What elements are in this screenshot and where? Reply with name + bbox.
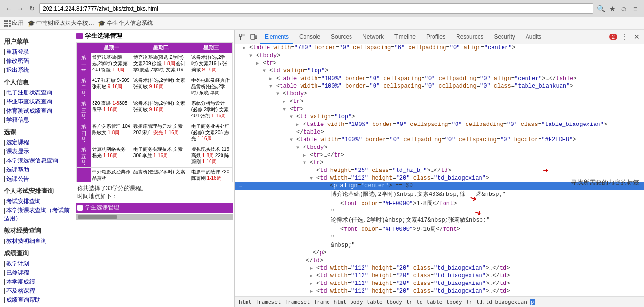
- tab-network[interactable]: Network: [358, 30, 388, 44]
- breadcrumb-body[interactable]: body: [349, 299, 364, 305]
- apps-grid-icon: [4, 20, 11, 27]
- tab-profiles[interactable]: Profiles: [422, 30, 450, 44]
- horizontal-scrollbar[interactable]: [76, 214, 233, 220]
- expand-arrow[interactable]: [283, 99, 290, 104]
- selected-line-content: <p align="center"> == $0: [330, 182, 413, 189]
- expand-arrow[interactable]: [290, 137, 296, 143]
- user-icon[interactable]: ☺: [619, 4, 629, 13]
- address-bar[interactable]: [39, 3, 593, 14]
- tab-sources[interactable]: Sources: [326, 30, 357, 44]
- sidebar-link-changepass[interactable]: 修改密码: [4, 57, 70, 65]
- bookmark-star-icon[interactable]: ★: [608, 4, 617, 13]
- breadcrumb-td-1[interactable]: td: [415, 299, 423, 305]
- sidebar-link-taken[interactable]: 已修课程: [4, 269, 70, 277]
- expand-arrow[interactable]: [283, 107, 290, 112]
- refresh-button[interactable]: ↻: [27, 4, 36, 13]
- breadcrumb-html-2[interactable]: html: [333, 299, 348, 305]
- breadcrumb-tr-1[interactable]: tr: [405, 299, 413, 305]
- breadcrumb-frameset-1[interactable]: frameset: [255, 299, 282, 305]
- menu-icon[interactable]: ≡: [631, 4, 640, 13]
- expand-arrow[interactable]: [269, 76, 276, 81]
- search-icon[interactable]: 🔍: [596, 4, 606, 13]
- html-line: <tbody>: [235, 144, 644, 151]
- expand-arrow[interactable]: [303, 160, 310, 166]
- inspect-element-button[interactable]: [237, 32, 247, 42]
- bottom-title-bar: 学生选课管理: [76, 203, 233, 213]
- sidebar-link-coursehelp[interactable]: 选课帮助: [4, 166, 70, 174]
- sidebar-link-logout[interactable]: 退出系统: [4, 66, 70, 74]
- sidebar-link-timetable[interactable]: 课表显示: [4, 148, 70, 156]
- breadcrumb-table-2[interactable]: table: [425, 299, 443, 305]
- breadcrumb-table-1[interactable]: table: [366, 299, 384, 305]
- table-row: 第五节 计算机网络实务 杨光 1-16周 电子商务实现技术 文素306 李胜 1…: [77, 145, 233, 168]
- sidebar-exam-title: 个人考试安排查询: [4, 187, 70, 195]
- expand-arrow[interactable]: [310, 176, 316, 181]
- tab-console[interactable]: Console: [294, 30, 325, 44]
- devtools-content[interactable]: <table width="780" border="0" cellspacin…: [235, 44, 644, 296]
- line-content: &nbsp;": [331, 242, 355, 249]
- sidebar-link-courseinfo[interactable]: 本学期选课信息查询: [4, 157, 70, 165]
- html-line: <table width="100%" border="0" cellspaci…: [235, 75, 644, 82]
- expand-arrow[interactable]: [276, 91, 283, 97]
- html-line: <td valign="top">: [235, 67, 644, 75]
- breadcrumb-html-1[interactable]: html: [238, 299, 253, 305]
- expand-arrow[interactable]: [296, 145, 303, 150]
- expand-arrow[interactable]: [303, 152, 310, 158]
- expand-arrow[interactable]: [310, 288, 316, 294]
- expand-arrow[interactable]: [263, 68, 269, 74]
- devtools-settings-button[interactable]: ⋮: [619, 32, 630, 42]
- expand-arrow[interactable]: [310, 273, 316, 279]
- sidebar-link-currentscore[interactable]: 本学期成绩: [4, 278, 70, 286]
- line-content: <td width="112" height="20" class="td_bi…: [316, 280, 510, 287]
- expand-arrow[interactable]: [256, 60, 263, 66]
- breadcrumb-tr-2[interactable]: tr: [465, 299, 473, 305]
- tab-security[interactable]: Security: [489, 30, 519, 44]
- breadcrumb-tbody-2[interactable]: tbody: [445, 299, 463, 305]
- main-content: 用户菜单 重新登录 修改密码 退出系统 个人信息 电子注册状态查询 毕业审查状态…: [0, 30, 644, 307]
- cell-1-2: 博弈论基础(限选,2学时) 文素209 徐煜 1-8周 会计学(限选,2学时) …: [132, 53, 190, 76]
- back-button[interactable]: ←: [4, 4, 13, 13]
- sidebar-link-scorehelp[interactable]: 成绩查询帮助: [4, 296, 70, 304]
- sidebar-link-plan[interactable]: 教学计划: [4, 260, 70, 268]
- sidebar-link-select[interactable]: 选定课程: [4, 138, 70, 147]
- expand-arrow[interactable]: [290, 114, 296, 120]
- bookmark-university[interactable]: 🎓 中南财经政法大学校…: [27, 19, 94, 27]
- device-toggle-button[interactable]: [248, 32, 259, 42]
- expand-arrow[interactable]: [310, 296, 316, 296]
- breadcrumb-td-class[interactable]: td.td_biaogexian: [475, 299, 528, 305]
- sidebar-link-sport[interactable]: 体育测试成绩查询: [4, 107, 70, 115]
- expand-arrow[interactable]: [310, 265, 316, 271]
- expand-arrow[interactable]: [249, 53, 256, 58]
- breadcrumb-frameset-2[interactable]: frameset: [283, 299, 311, 305]
- breadcrumb-p[interactable]: p: [530, 299, 535, 305]
- expand-arrow[interactable]: [296, 122, 303, 127]
- expand-arrow[interactable]: [243, 45, 249, 51]
- expand-arrow[interactable]: [269, 84, 276, 89]
- forward-button[interactable]: →: [15, 4, 25, 13]
- devtools-toolbar: Elements Console Sources Network Timelin…: [235, 30, 644, 44]
- sidebar-link-notice[interactable]: 选课公告: [4, 175, 70, 183]
- html-line: <td width="112" height="20" class="td_bi…: [235, 295, 644, 296]
- tab-elements[interactable]: Elements: [260, 30, 293, 44]
- devtools-close-button[interactable]: ✕: [632, 32, 642, 42]
- breadcrumb-frame[interactable]: frame: [313, 299, 330, 305]
- cell-4-1: 客户关系管理 104 陈敏文 1-8周: [91, 122, 132, 145]
- breadcrumb-tbody-1[interactable]: tbody: [386, 299, 403, 305]
- sidebar-link-examquery[interactable]: 考试安排查询: [4, 197, 70, 205]
- tab-resources[interactable]: Resources: [451, 30, 488, 44]
- tab-timeline[interactable]: Timeline: [389, 30, 421, 44]
- line-content: <table width="100%" border="0" cellspaci…: [276, 83, 573, 90]
- bookmark-student-system[interactable]: 🎓 学生个人信息系统: [98, 19, 153, 27]
- sidebar-link-relogin[interactable]: 重新登录: [4, 48, 70, 56]
- tab-audits[interactable]: Audits: [521, 30, 546, 44]
- sidebar-link-textbook[interactable]: 教材费明细查询: [4, 237, 70, 245]
- scrollbar-thumb[interactable]: [78, 215, 117, 219]
- expand-arrow[interactable]: [310, 281, 316, 286]
- sidebar-link-ereg[interactable]: 电子注册状态查询: [4, 89, 70, 97]
- sidebar-link-grad[interactable]: 毕业审查状态查询: [4, 98, 70, 106]
- apps-bookmark[interactable]: 应用: [4, 19, 23, 27]
- sidebar-link-examtable[interactable]: 本学期课表查询（考试前适用）: [4, 206, 70, 223]
- line-content: <td width="112" height="20" class="td_bi…: [316, 175, 489, 182]
- sidebar-link-status[interactable]: 学籍信息: [4, 116, 70, 124]
- sidebar-link-fail[interactable]: 不及格课程: [4, 287, 70, 295]
